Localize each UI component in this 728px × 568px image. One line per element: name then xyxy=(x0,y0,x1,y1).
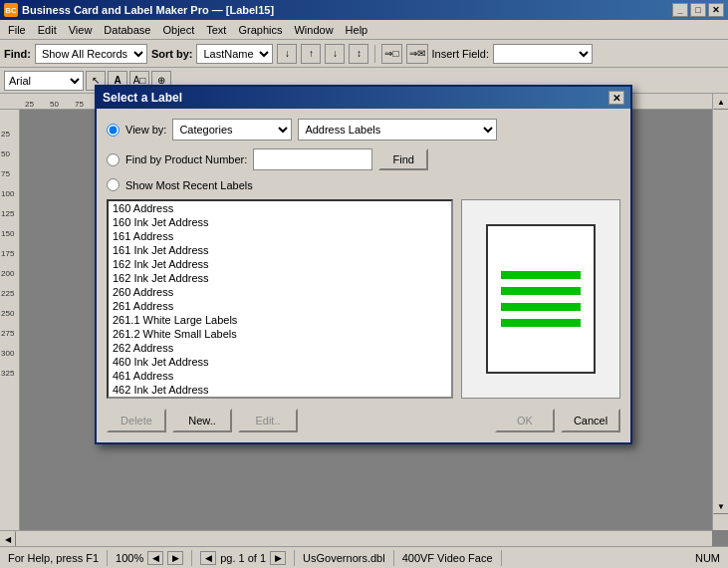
dialog-title-text: Select a Label xyxy=(103,91,182,105)
find-by-product-label: Find by Product Number: xyxy=(125,153,247,165)
list-item[interactable]: 461 Address xyxy=(109,369,451,383)
dialog-body: View by: Categories Address Labels Find … xyxy=(97,109,630,442)
list-item[interactable]: 160 Ink Jet Address xyxy=(109,215,451,229)
edit-button[interactable]: Edit.. xyxy=(238,409,298,432)
preview-line-3 xyxy=(501,303,581,311)
dialog-close-button[interactable]: ✕ xyxy=(608,91,624,105)
category-select[interactable]: Address Labels xyxy=(298,119,497,141)
view-by-label: View by: xyxy=(125,124,166,136)
dialog-title-bar: Select a Label ✕ xyxy=(97,87,630,109)
list-item[interactable]: 160 Address xyxy=(109,201,451,215)
show-recent-label: Show Most Recent Labels xyxy=(125,179,253,191)
select-label-dialog: Select a Label ✕ View by: Categories Add… xyxy=(95,85,632,444)
list-item[interactable]: 162 Ink Jet Address xyxy=(109,271,451,285)
list-item[interactable]: 261.1 White Large Labels xyxy=(109,313,451,327)
list-item[interactable]: 161 Ink Jet Address xyxy=(109,243,451,257)
view-by-row: View by: Categories Address Labels xyxy=(107,119,620,141)
dialog-overlay: Select a Label ✕ View by: Categories Add… xyxy=(0,0,728,568)
show-recent-row: Show Most Recent Labels xyxy=(107,178,620,191)
product-number-input[interactable] xyxy=(253,148,372,170)
list-item[interactable]: 5159 Address xyxy=(109,397,451,399)
list-item[interactable]: 462 Ink Jet Address xyxy=(109,383,451,397)
find-by-product-row: Find by Product Number: Find xyxy=(107,148,620,170)
dialog-button-row: Delete New.. Edit.. OK Cancel xyxy=(107,409,620,432)
new-button[interactable]: New.. xyxy=(172,409,232,432)
list-item[interactable]: 162 Ink Jet Address xyxy=(109,257,451,271)
delete-button[interactable]: Delete xyxy=(107,409,166,432)
find-by-product-radio[interactable] xyxy=(107,153,120,166)
label-list[interactable]: 160 Address 160 Ink Jet Address 161 Addr… xyxy=(107,199,453,399)
preview-line-1 xyxy=(501,271,581,279)
right-buttons: OK Cancel xyxy=(495,409,620,432)
list-item[interactable]: 460 Ink Jet Address xyxy=(109,355,451,369)
preview-line-2 xyxy=(501,287,581,295)
list-item[interactable]: 261.2 White Small Labels xyxy=(109,327,451,341)
left-buttons: Delete New.. Edit.. xyxy=(107,409,298,432)
list-item[interactable]: 261 Address xyxy=(109,299,451,313)
list-item[interactable]: 161 Address xyxy=(109,229,451,243)
show-recent-radio[interactable] xyxy=(107,178,120,191)
view-by-radio[interactable] xyxy=(107,124,120,137)
label-preview xyxy=(486,224,596,374)
list-item[interactable]: 260 Address xyxy=(109,285,451,299)
ok-button[interactable]: OK xyxy=(495,409,555,432)
dialog-content: 160 Address 160 Ink Jet Address 161 Addr… xyxy=(107,199,620,399)
find-button[interactable]: Find xyxy=(378,148,428,170)
view-by-select[interactable]: Categories xyxy=(172,119,292,141)
preview-line-4 xyxy=(501,319,581,327)
label-preview-panel xyxy=(461,199,620,399)
cancel-button[interactable]: Cancel xyxy=(561,409,620,432)
list-item[interactable]: 262 Address xyxy=(109,341,451,355)
